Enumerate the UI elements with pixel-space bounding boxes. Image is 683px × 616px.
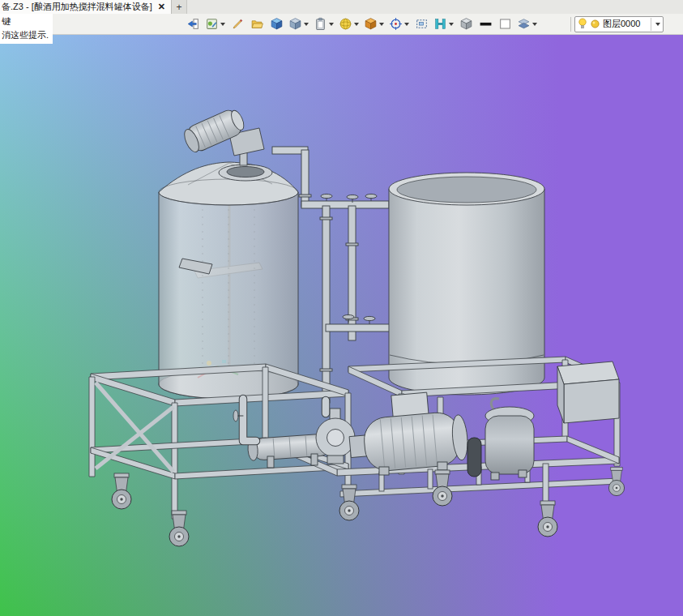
- tab-close-icon[interactable]: ✕: [158, 2, 165, 11]
- 3d-model-brewing-mixing-equipment[interactable]: [0, 35, 683, 616]
- dropdown-caret-icon: [220, 23, 225, 26]
- dropdown-caret-icon: [449, 23, 454, 26]
- dropdown-caret-icon: [532, 23, 537, 26]
- display-mode-icon[interactable]: [203, 15, 227, 33]
- lightbulb-icon: [578, 18, 587, 30]
- hint-line-1: 键: [2, 15, 49, 28]
- sketch-pencil-icon[interactable]: [228, 15, 246, 33]
- exit-environment-icon[interactable]: [184, 15, 202, 33]
- manhole-opening: [227, 167, 264, 178]
- dropdown-caret-icon: [304, 23, 309, 26]
- dropdown-caret-icon: [354, 23, 359, 26]
- view-cube-blue-icon[interactable]: [267, 15, 285, 33]
- dropdown-caret-icon: [404, 23, 409, 26]
- compressor: [485, 399, 534, 480]
- document-tab-title: 备.Z3 - [酿酒用加热搅拌混料罐体设备]: [2, 1, 152, 13]
- main-toolbar: 图层0000: [0, 14, 683, 35]
- right-panel-box: [557, 361, 619, 423]
- new-tab-button[interactable]: +: [172, 0, 187, 14]
- dropdown-caret-icon: [379, 23, 384, 26]
- layer-stack-icon[interactable]: [515, 15, 539, 33]
- layer-selector[interactable]: 图层0000: [574, 16, 664, 32]
- caster-wheel: [112, 473, 131, 509]
- caster-wheel: [538, 501, 557, 537]
- orange-box-icon[interactable]: [362, 15, 386, 33]
- layer-color-ball-icon: [591, 19, 600, 28]
- paste-clipboard-icon[interactable]: [312, 15, 335, 33]
- window-select-icon[interactable]: [412, 15, 430, 33]
- layer-selector-value: 图层0000: [603, 18, 647, 30]
- section-plane-icon[interactable]: [432, 15, 455, 33]
- solid-cube-icon[interactable]: [287, 15, 310, 33]
- hint-line-2: 消这些提示.: [2, 28, 49, 42]
- hint-text-block: 键 消这些提示.: [0, 14, 53, 44]
- cad-application-window: 备.Z3 - [酿酒用加热搅拌混料罐体设备] ✕ + 键 消这些提示.: [0, 0, 683, 616]
- document-tab-bar: 备.Z3 - [酿酒用加热搅拌混料罐体设备] ✕ +: [0, 0, 683, 15]
- caster-wheel: [339, 485, 359, 520]
- toolbar-separator: [570, 17, 571, 32]
- color-swatch-icon[interactable]: [496, 15, 514, 33]
- left-mixing-tank[interactable]: [159, 162, 298, 399]
- combo-divider: [651, 18, 651, 31]
- agitator-motor[interactable]: [181, 106, 264, 165]
- wireframe-sphere-icon[interactable]: [337, 15, 361, 33]
- document-tab[interactable]: 备.Z3 - [酿酒用加热搅拌混料罐体设备] ✕: [0, 0, 172, 14]
- point-target-icon[interactable]: [387, 15, 411, 33]
- accumulator-tank: [467, 438, 481, 477]
- layer-dropdown-caret-icon[interactable]: [655, 23, 660, 26]
- dropdown-caret-icon: [329, 23, 334, 26]
- open-folder-icon[interactable]: [248, 15, 266, 33]
- main-motor: [346, 389, 469, 473]
- gray-block-icon[interactable]: [457, 15, 475, 33]
- line-width-icon[interactable]: [476, 15, 494, 33]
